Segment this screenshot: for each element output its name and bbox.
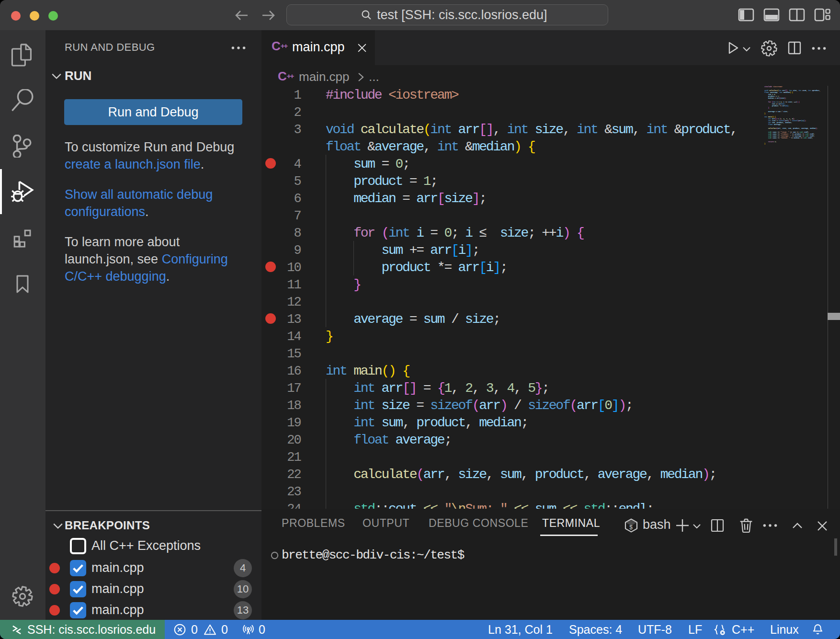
svg-text:$: $ — [629, 525, 633, 531]
